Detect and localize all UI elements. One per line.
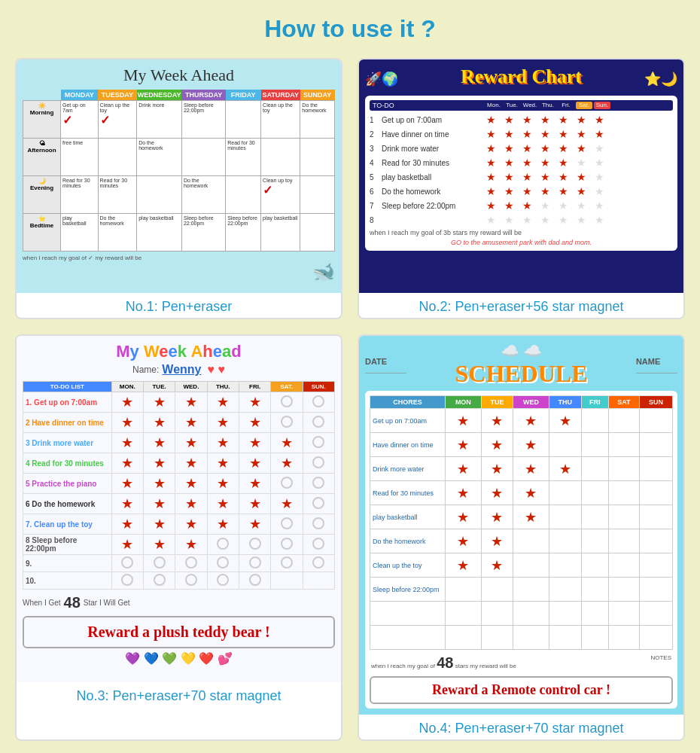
table-row: 🌤Afternoon free time Do the homework Rea…	[23, 139, 335, 176]
cell: Clean up the toy✓	[98, 101, 137, 139]
card4-label: No.4: Pen+eraser+70 star magnet	[359, 721, 683, 739]
row-bedtime: ⭐Bedtime	[23, 214, 61, 252]
table-row: 7. Clean up the toy ★ ★ ★ ★ ★	[23, 514, 335, 535]
cell: Do the homework	[300, 101, 335, 139]
cell: Read for 30 minutes	[98, 176, 137, 214]
table-row: 10.	[23, 572, 335, 590]
th-sat: SAT.	[271, 382, 303, 392]
th-fri: FRI.	[239, 382, 270, 392]
schedule-goal-num: 48	[437, 654, 453, 671]
th-tue: TUE.	[143, 382, 175, 392]
th-wednesday: WEDNESDAY	[137, 90, 182, 101]
schedule-title: SCHEDULE	[455, 360, 587, 388]
th-wed: WED.	[175, 382, 207, 392]
cell	[181, 139, 225, 176]
th-mon: MON.	[111, 382, 143, 392]
cell: free time	[61, 139, 99, 176]
th-mon-s: MON	[446, 396, 482, 409]
list-item: 4 Read for 30 minutes ★ ★ ★ ★ ★ ★ ★	[370, 157, 673, 169]
schedule-reward-box: Reward a Remote control car !	[370, 676, 673, 704]
card2-title: Reward Chart	[461, 66, 582, 88]
cell: Clean up toy✓	[261, 176, 300, 214]
card2-label: No.2: Pen+eraser+56 star magnet	[359, 299, 683, 318]
card3-label: No.3: Pen+eraser+70 star magnet	[17, 688, 341, 707]
cell: Drink more	[137, 101, 182, 139]
hearts-decoration: 💜 💙 💚 💛 ❤️ 💕	[23, 651, 335, 666]
week-table: MONDAY TUESDAY WEDNESDAY THURSDAY FRIDAY…	[23, 90, 335, 252]
todo-col-header: TO-DO	[373, 102, 485, 109]
schedule-goal-suffix: stars my reward will be	[455, 663, 516, 669]
cell: Sleep before 22:00pm	[181, 101, 225, 139]
table-row: 8 Sleep before 22:00pm ★ ★ ★	[23, 535, 335, 555]
cloud-deco: ☁️ ☁️	[455, 342, 587, 360]
table-row: 6 Do the homework ★ ★ ★ ★ ★ ★	[23, 494, 335, 514]
card2-goal: when I reach my goal of 3b stars my rewa…	[370, 229, 673, 236]
goal-num: 48	[64, 594, 81, 611]
name-value: Wenny	[162, 363, 201, 376]
day-fri: Fri.	[558, 102, 574, 109]
notes-label: NOTES	[650, 654, 671, 672]
cell	[261, 139, 300, 176]
th-sat-s: SAT	[608, 396, 639, 409]
goal-prefix: When I Get	[23, 599, 61, 607]
table-row: Sleep before 22:00pm	[370, 578, 673, 602]
schedule-top: DATE ___________ ☁️ ☁️ SCHEDULE NAME ___…	[365, 342, 677, 388]
card1-footer: when I reach my goal of ✓ my reward will…	[23, 255, 335, 261]
date-label: DATE ___________	[365, 357, 406, 373]
reward-days-header: Mon. Tue. Wed. Thu. Fri. Sat. Sun.	[485, 102, 610, 109]
schedule-table: CHORES MON TUE WED THU FRI SAT SUN Get u	[370, 395, 673, 650]
day-wed: Wed.	[522, 102, 538, 109]
card-1: My Week Ahead MONDAY TUESDAY WEDNESDAY T…	[15, 58, 342, 319]
heart-deco: ♥ ♥	[208, 363, 225, 376]
table-row: ☀️Morning Get up on 7am✓ Clean up the to…	[23, 101, 335, 139]
schedule-reward-text: Reward a Remote control car !	[376, 682, 667, 698]
colorful-table: TO-DO LIST MON. TUE. WED. THU. FRI. SAT.…	[23, 381, 335, 590]
list-item: 5 play basketball ★ ★ ★ ★ ★ ★ ★	[370, 171, 673, 183]
table-row: play basketball ★ ★ ★	[370, 505, 673, 529]
table-row: 1. Get up on 7:00am ★ ★ ★ ★ ★	[23, 392, 335, 413]
name-row: Name: Wenny ♥ ♥	[23, 363, 335, 376]
schedule-inner: CHORES MON TUE WED THU FRI SAT SUN Get u	[365, 391, 677, 709]
th-tue-s: TUE	[481, 396, 513, 409]
name-label: Name:	[132, 364, 159, 375]
table-row: Have dinner on time ★ ★ ★	[370, 433, 673, 457]
whale-icon: 🐋	[23, 261, 335, 282]
table-row: 🌙Evening Read for 30 minutes Read for 30…	[23, 176, 335, 214]
cell: Read for 30 minutes	[226, 139, 261, 176]
cell: Do the homework	[137, 139, 182, 176]
day-tue: Tue.	[504, 102, 520, 109]
cell: Sleep before 22:00pm	[181, 214, 225, 252]
cell: play basketball	[61, 214, 99, 252]
card-2: 🚀🌍 Reward Chart ⭐🌙 TO-DO Mon. Tue. Wed. …	[358, 58, 685, 319]
list-item: 3 Drink more water ★ ★ ★ ★ ★ ★ ★	[370, 142, 673, 154]
list-item: 7 Sleep before 22:00pm ★ ★ ★ ★ ★ ★ ★	[370, 200, 673, 212]
page-title: How to use it ?	[15, 15, 685, 43]
day-thu: Thu.	[540, 102, 556, 109]
th-wed-s: WED	[513, 396, 549, 409]
space-icon: 🚀🌍	[365, 71, 398, 87]
th-saturday: SATURDAY	[261, 90, 300, 101]
card1-label: No.1: Pen+eraser	[17, 299, 341, 318]
cell	[300, 214, 335, 252]
cell: Do the homework	[181, 176, 225, 214]
card3-reward-box: Reward a plush teddy bear !	[23, 616, 335, 648]
table-row: Get up on 7:00am ★ ★ ★ ★	[370, 409, 673, 433]
cell	[137, 176, 182, 214]
cell	[98, 139, 137, 176]
cell: Get up on 7am✓	[61, 101, 99, 139]
table-row: Read for 30 minutes ★ ★ ★	[370, 481, 673, 505]
table-row	[370, 602, 673, 626]
card-4: DATE ___________ ☁️ ☁️ SCHEDULE NAME ___…	[358, 334, 685, 741]
card-3: My Week Ahead Name: Wenny ♥ ♥ TO-DO LIST…	[15, 334, 342, 741]
row-morning: ☀️Morning	[23, 101, 61, 139]
list-item: 1 Get up on 7:00am ★ ★ ★ ★ ★ ★ ★	[370, 114, 673, 126]
row-evening: 🌙Evening	[23, 176, 61, 214]
cell: Read for 30 minutes	[61, 176, 99, 214]
list-item: 6 Do the homework ★ ★ ★ ★ ★ ★ ★	[370, 185, 673, 197]
th-fri-s: FRI	[581, 396, 608, 409]
card2-content: 🚀🌍 Reward Chart ⭐🌙 TO-DO Mon. Tue. Wed. …	[359, 59, 683, 293]
th-todo: TO-DO LIST	[23, 382, 112, 392]
th-chores: CHORES	[370, 396, 446, 409]
table-row: 3 Drink more water ★ ★ ★ ★ ★ ★	[23, 433, 335, 453]
table-row: Do the homework ★ ★	[370, 529, 673, 553]
